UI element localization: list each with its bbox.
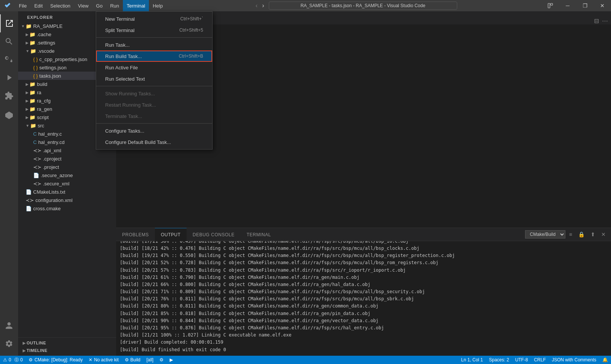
cmake-status-text: CMake: [Debug]: Ready <box>34 357 83 362</box>
settings-folder-icon: 📁 <box>29 40 35 46</box>
tasks-json-label: tasks.json <box>39 73 61 79</box>
ra-cfg-folder-icon: 📁 <box>29 98 35 104</box>
output-line: [build] [19/21 47% :: 0.550] Building C … <box>120 252 607 259</box>
sidebar-sections: ▶ OUTLINE ▶ TIMELINE <box>18 337 116 356</box>
activity-account[interactable] <box>0 317 18 335</box>
script-folder-icon: 📁 <box>29 115 35 120</box>
status-cursor[interactable]: Ln 1, Col 1 <box>458 356 486 364</box>
activity-source-control[interactable] <box>0 50 18 69</box>
secure-xml-icon: ≺≻ <box>33 181 41 187</box>
tree-item-secure-azone[interactable]: 📄 .secure_azone <box>18 171 116 179</box>
menu-run-build-task[interactable]: Run Build Task... Ctrl+Shift+B <box>96 50 212 62</box>
status-line-ending[interactable]: CRLF <box>531 356 549 364</box>
menu-run-task[interactable]: Run Task... <box>96 39 212 50</box>
tree-item-secure-xml[interactable]: ≺≻ .secure_xml <box>18 179 116 188</box>
output-line: [build] [20/21 85% :: 0.818] Building C … <box>120 310 607 317</box>
menu-terminate-task: Terminate Task... <box>96 110 212 122</box>
vscode-folder-icon: 📁 <box>30 48 36 54</box>
panel-clear-btn[interactable]: ≡ <box>567 231 574 238</box>
more-actions-icon[interactable]: ⋯ <box>602 17 608 24</box>
status-run-action[interactable]: ▶ <box>167 356 176 364</box>
status-errors[interactable]: ⚠ 0 ⓪ 0 <box>0 356 26 364</box>
activity-run-debug[interactable] <box>0 69 18 87</box>
menu-run-active-file[interactable]: Run Active File <box>96 62 212 73</box>
project-label: .project <box>43 164 59 170</box>
status-settings-action[interactable]: ⚙ <box>156 356 167 364</box>
cache-folder-icon: 📁 <box>29 32 35 37</box>
panel-tab-terminal[interactable]: TERMINAL <box>240 228 277 241</box>
svg-rect-0 <box>548 3 550 8</box>
outline-header[interactable]: ▶ OUTLINE <box>18 339 116 347</box>
output-line: [build] [20/21 66% :: 0.800] Building C … <box>120 281 607 288</box>
ra-chevron: ▶ <box>26 90 29 95</box>
titlebar-center: ‹ › RA_SAMPLE - tasks.json - RA_SAMPLE -… <box>167 1 542 11</box>
menu-configure-default-build-task[interactable]: Configure Default Build Task... <box>96 136 212 148</box>
close-btn[interactable]: ✕ <box>594 0 611 11</box>
activity-ra[interactable] <box>0 106 18 124</box>
config-xml-label: configuration.xml <box>35 197 72 203</box>
panel-tab-debug-console[interactable]: DEBUG CONSOLE <box>187 228 240 241</box>
run-build-task-label: Run Build Task... <box>105 54 173 59</box>
no-kit-text: No active kit <box>94 357 118 362</box>
secure-azone-label: .secure_azone <box>41 173 73 178</box>
menu-selection[interactable]: Selection <box>46 0 74 11</box>
status-right: Ln 1, Col 1 Spaces: 2 UTF-8 CRLF JSON wi… <box>458 356 611 364</box>
panel-close-btn[interactable]: ✕ <box>599 231 608 238</box>
svg-marker-2 <box>5 112 13 119</box>
new-terminal-shortcut: Ctrl+Shift+` <box>180 16 203 21</box>
tree-item-config-xml[interactable]: ≺≻ configuration.xml <box>18 196 116 204</box>
activity-settings[interactable] <box>0 335 18 353</box>
status-notifications[interactable]: 🔔 <box>599 356 611 364</box>
run-active-file-label: Run Active File <box>105 65 197 70</box>
tree-item-cmakelists[interactable]: 📄 CMakeLists.txt <box>18 188 116 196</box>
activity-search[interactable] <box>0 32 18 50</box>
minimize-btn[interactable]: ─ <box>559 0 576 11</box>
tree-item-cproject[interactable]: ≺≻ .cproject <box>18 154 116 163</box>
panel-lock-btn[interactable]: 🔒 <box>576 231 587 238</box>
status-language[interactable]: JSON with Comments <box>549 356 599 364</box>
tree-item-project[interactable]: ≺≻ .project <box>18 163 116 171</box>
menu-view[interactable]: View <box>74 0 92 11</box>
status-cmake[interactable]: ⚙ CMake: [Debug]: Ready <box>26 356 86 364</box>
output-line: [build] [20/21 90% :: 0.844] Building C … <box>120 317 607 324</box>
cmake-gear-icon: ⚙ <box>29 357 33 362</box>
status-build-target[interactable]: [all] <box>143 356 156 364</box>
no-kit-icon: ✕ <box>89 357 92 362</box>
panel-tab-output[interactable]: OUTPUT <box>155 228 187 241</box>
timeline-header[interactable]: ▶ TIMELINE <box>18 347 116 354</box>
activity-explorer[interactable] <box>0 14 18 32</box>
status-no-kit[interactable]: ✕ No active kit <box>86 356 121 364</box>
menu-run[interactable]: Run <box>106 0 123 11</box>
nav-forward[interactable]: › <box>260 1 265 11</box>
secure-azone-icon: 📄 <box>33 173 39 178</box>
restore-btn[interactable]: ❐ <box>576 0 594 11</box>
activity-bottom <box>0 317 18 356</box>
config-xml-icon: ≺≻ <box>26 197 34 203</box>
menu-new-terminal[interactable]: New Terminal Ctrl+Shift+` <box>96 13 212 24</box>
menu-split-terminal[interactable]: Split Terminal Ctrl+Shift+5 <box>96 24 212 36</box>
tree-item-cross-cmake[interactable]: 📄 cross.cmake <box>18 204 116 213</box>
build-target-text: [all] <box>146 357 153 362</box>
activity-extensions[interactable] <box>0 87 18 105</box>
panel-maximize-btn[interactable]: ⬆ <box>588 231 597 238</box>
vscode-chevron: ▼ <box>26 49 29 53</box>
layout-btn[interactable] <box>542 0 559 11</box>
menu-run-selected-text[interactable]: Run Selected Text <box>96 73 212 84</box>
nav-back[interactable]: ‹ <box>254 1 259 11</box>
status-encoding[interactable]: UTF-8 <box>512 356 531 364</box>
terminal-dropdown-menu: New Terminal Ctrl+Shift+` Split Terminal… <box>96 11 213 150</box>
menu-file[interactable]: File <box>15 0 31 11</box>
menu-terminal[interactable]: Terminal <box>123 0 149 11</box>
menu-go[interactable]: Go <box>92 0 106 11</box>
menu-help[interactable]: Help <box>149 0 167 11</box>
menu-configure-tasks[interactable]: Configure Tasks... <box>96 125 212 136</box>
search-bar[interactable]: RA_SAMPLE - tasks.json - RA_SAMPLE - Vis… <box>269 2 457 10</box>
menu-edit[interactable]: Edit <box>31 0 46 11</box>
status-build[interactable]: ⚙ Build <box>122 356 144 364</box>
split-editor-icon[interactable]: ⊟ <box>594 17 599 24</box>
settings-json-icon: { } <box>33 65 38 70</box>
status-spaces[interactable]: Spaces: 2 <box>486 356 512 364</box>
output-source-dropdown[interactable]: CMake/Build <box>525 230 565 239</box>
cproject-icon: ≺≻ <box>33 156 41 162</box>
panel-tab-problems[interactable]: PROBLEMS <box>116 228 155 241</box>
